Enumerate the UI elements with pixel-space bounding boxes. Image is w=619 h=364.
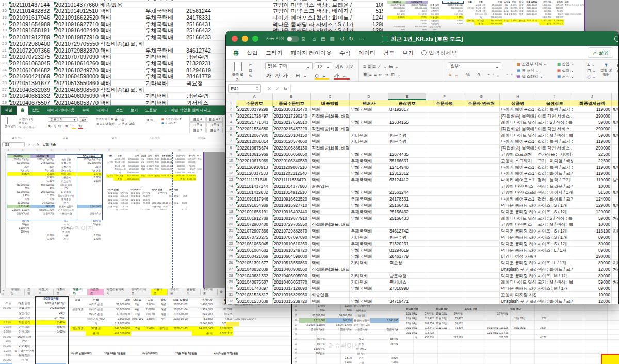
- fill-color-button[interactable]: ◇: [72, 124, 76, 129]
- close-button[interactable]: [232, 36, 238, 42]
- sort-filter-button[interactable]: ▼ 정렬 및 필터: [599, 63, 613, 77]
- clear-button[interactable]: ◇ ⌄: [587, 74, 596, 80]
- cell-style-chip[interactable]: 표준 5: [189, 122, 206, 127]
- italic-button[interactable]: 가: [274, 73, 283, 78]
- sheet-tab[interactable]: 세금_카드: [36, 289, 54, 295]
- tab-file[interactable]: 파일: [1, 106, 17, 115]
- search-icon[interactable]: [614, 36, 619, 42]
- sheet-tab[interactable]: 갈아타기 비교: [128, 289, 151, 295]
- sheet-tab-active[interactable]: 대출 이자: [70, 289, 87, 295]
- more-icon[interactable]: ⋯: [359, 36, 364, 42]
- cell-styles-button[interactable]: ▦ 셀 스타일 ⌄: [517, 74, 547, 80]
- column-headers[interactable]: ABCDEFGHIJ: [226, 93, 619, 100]
- fill-button[interactable]: ⊡ ⌄: [587, 68, 596, 74]
- sheet-tab[interactable]: 자금흐름: [88, 289, 104, 295]
- paste-button[interactable]: 붙여넣기: [230, 62, 246, 82]
- align-center-icon[interactable]: ≡: [369, 72, 374, 77]
- add-sheet-button[interactable]: ⊕: [218, 290, 225, 294]
- tab-view[interactable]: 보기: [402, 49, 414, 57]
- italic-button[interactable]: 가: [53, 124, 57, 128]
- font-name-select[interactable]: 맑은 고딕⌄: [265, 62, 313, 70]
- enter-icon[interactable]: ✓: [32, 143, 36, 147]
- indent-increase-icon[interactable]: ⇥: [385, 72, 391, 77]
- align-left-icon[interactable]: ≣: [363, 72, 369, 77]
- tab-data[interactable]: 데이터: [359, 49, 376, 57]
- font-size-select[interactable]: 12⌄: [315, 62, 332, 70]
- minimize-button[interactable]: [242, 36, 248, 42]
- sheet-tab[interactable]: 은행: [25, 289, 36, 295]
- cell-style-chip[interactable]: 표준 6: [206, 122, 223, 127]
- fx-icon[interactable]: fx: [37, 143, 39, 146]
- align-top-icon[interactable]: ≡ ≡ ≡: [96, 118, 104, 121]
- font-color-button[interactable]: 가⌄: [334, 73, 349, 80]
- format-as-table-button[interactable]: ▦ 표 서식 ▾: [161, 121, 181, 125]
- wrap-text-button[interactable]: 텍스트 줄 바꿈: [105, 118, 125, 121]
- increase-decimal-button[interactable]: ⁺⁰₀: [487, 73, 501, 77]
- cell-style-chip[interactable]: 표준 8: [206, 128, 223, 133]
- autosave-toggle[interactable]: [287, 36, 299, 42]
- tab-formulas[interactable]: 수식: [78, 106, 93, 115]
- insert-cells-button[interactable]: ▦ 삽입 ⌄: [557, 61, 574, 68]
- tab-view[interactable]: 보기: [126, 106, 141, 115]
- font-name-select[interactable]: 맑은 고딕▾: [48, 117, 78, 122]
- align-right-icon[interactable]: ≡: [374, 72, 379, 77]
- font-size-select[interactable]: 11▾: [79, 117, 88, 122]
- fill-color-button[interactable]: ◇⌄: [315, 73, 329, 80]
- cancel-icon[interactable]: ✕: [267, 86, 271, 91]
- name-box[interactable]: E41 ▲▼: [228, 84, 261, 93]
- wrap-text-icon[interactable]: ⇋⌄: [389, 64, 401, 69]
- tab-nav-icons[interactable]: ◂ ▸: [1, 288, 8, 295]
- tab-data[interactable]: 데이터: [93, 106, 112, 115]
- sheet-tab[interactable]: 공동명의: [184, 289, 201, 295]
- sheet-tab[interactable]: 대출비교: [54, 289, 70, 295]
- indent-decrease-icon[interactable]: ⇤: [379, 72, 385, 77]
- format-cells-button[interactable]: ▦ 서식 ⌄: [557, 74, 574, 80]
- number-format-select[interactable]: 일반⌄: [448, 62, 501, 70]
- format-painter-button[interactable]: ✎: [249, 74, 253, 79]
- bold-button[interactable]: 가: [48, 124, 53, 128]
- align-top-icon[interactable]: ≡: [363, 64, 368, 69]
- conditional-formatting-button[interactable]: ▦ 조건부 서식 ▾: [161, 117, 181, 121]
- tab-help[interactable]: 도움말: [141, 106, 160, 115]
- accounting-format-icon[interactable]: ¤⌄: [449, 72, 462, 77]
- share-button[interactable]: ↗공유: [588, 47, 613, 58]
- tab-formulas[interactable]: 수식: [339, 49, 351, 57]
- titlebar[interactable]: 자동 저장 끔 ⌂ ▤ ▥ ↺ ↻ ⋯ 최근 1년_KR.xls [호환 모드]: [226, 31, 618, 46]
- tab-draw[interactable]: 그리기: [266, 49, 283, 57]
- orientation-icon[interactable]: ⟋⌄: [378, 64, 389, 69]
- cancel-icon[interactable]: ✕: [28, 143, 31, 147]
- align-bottom-icon[interactable]: ≡: [373, 64, 378, 69]
- conditional-formatting-button[interactable]: ▦ 조건부 서식 ⌄: [517, 61, 547, 68]
- paste-button[interactable]: 붙여넣기: [4, 117, 17, 128]
- percent-style-button[interactable]: %: [150, 118, 153, 122]
- comma-style-button[interactable]: 9: [478, 72, 483, 77]
- tab-home[interactable]: 홈: [17, 106, 28, 115]
- formula-content[interactable]: 담보대출: [42, 142, 56, 147]
- tab-review[interactable]: 검토: [383, 49, 395, 57]
- borders-button[interactable]: ⊞: [65, 124, 69, 128]
- autosum-button[interactable]: Σ ⌄: [587, 61, 596, 68]
- tab-home[interactable]: 홈: [233, 49, 239, 57]
- zoom-button[interactable]: [252, 36, 258, 42]
- accounting-format-icon[interactable]: ¤: [147, 118, 149, 122]
- cut-button[interactable]: ✂: [249, 62, 253, 68]
- fx-icon[interactable]: fx: [284, 86, 287, 91]
- name-box[interactable]: G8: [2, 142, 25, 147]
- home-icon[interactable]: ⌂: [312, 36, 316, 42]
- sheet-tab[interactable]: 주택 메모: [201, 289, 218, 295]
- tab-page-layout[interactable]: 페이지 레이아웃: [290, 49, 332, 57]
- cell-style-chip[interactable]: 표준 4 2: [206, 117, 223, 122]
- save-as-icon[interactable]: ▥: [330, 36, 334, 42]
- cell-style-chip[interactable]: 표준 7: [189, 128, 206, 133]
- cut-button[interactable]: ✂ 잘라내기: [19, 117, 34, 121]
- sheet-tab[interactable]: 비용비교: [151, 289, 168, 295]
- redo-icon[interactable]: ↻: [349, 36, 353, 42]
- align-middle-icon[interactable]: ≡: [368, 64, 372, 69]
- winleft-sheet[interactable]: KEB하나SC제일은행SC제일은행2017년 7월1일2020년 7월20일대출…: [1, 152, 225, 288]
- tab-review[interactable]: 검토: [112, 106, 127, 115]
- bold-button[interactable]: 가: [266, 73, 274, 78]
- enter-icon[interactable]: ✓: [275, 86, 280, 91]
- tab-insert[interactable]: 삽입: [247, 49, 258, 57]
- copy-button[interactable]: ⧉ 복사: [19, 121, 34, 125]
- merge-center-button[interactable]: 병합하고 가운데 맞춤: [105, 122, 135, 125]
